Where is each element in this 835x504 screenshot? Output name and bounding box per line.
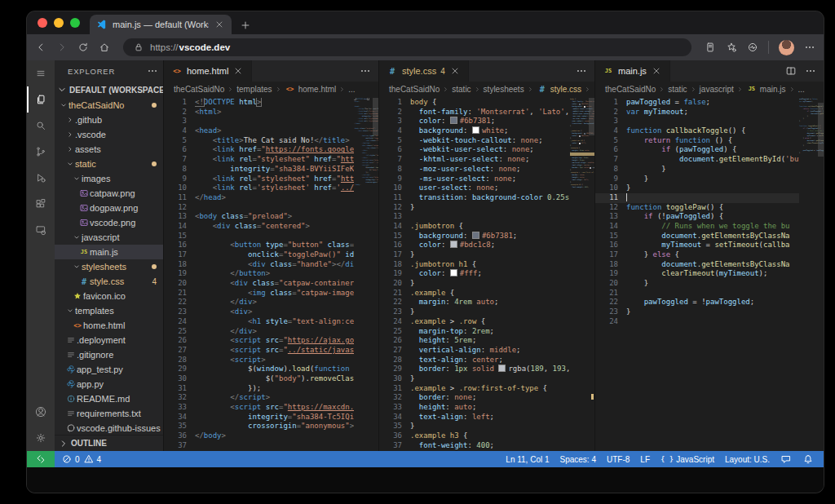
problems-errors[interactable]: 0	[61, 453, 80, 465]
code-line[interactable]: 10}	[595, 183, 799, 193]
code-line[interactable]: 32 </script>	[164, 393, 354, 403]
code-line[interactable]: 6 <link href="https://fonts.googleapis.c…	[164, 145, 354, 155]
back-button[interactable]	[35, 42, 46, 53]
code-line[interactable]: 12function togglePaw() {	[595, 203, 799, 213]
code-line[interactable]: 7 <link rel="stylesheet" href="https://s…	[164, 155, 354, 165]
code-line[interactable]: 30}	[379, 374, 570, 384]
code-line[interactable]: 16 color: #bdc1c8;	[379, 241, 570, 250]
tree-item[interactable]: javascript	[55, 230, 163, 245]
breadcrumb-item[interactable]: ...	[348, 85, 355, 94]
code-line[interactable]: 13	[379, 212, 570, 222]
code-line[interactable]: 23}	[379, 307, 570, 317]
close-icon[interactable]	[449, 65, 461, 77]
indentation[interactable]: Spaces: 4	[560, 455, 596, 464]
breadcrumb-item[interactable]: ...	[798, 85, 805, 94]
code-line[interactable]: 18.jumbotron h1 {	[379, 260, 570, 270]
code-line[interactable]: 24 <h1 style="text-align:center"	[164, 317, 354, 327]
code-line[interactable]: 36</body>	[164, 431, 354, 441]
notifications-bell-icon[interactable]	[802, 453, 814, 465]
code-line[interactable]: 28 <script>	[164, 356, 354, 365]
favorites-icon[interactable]	[726, 42, 737, 53]
code-line[interactable]: 37 font-weight: 400;	[379, 441, 570, 451]
split-editor-icon[interactable]	[785, 65, 797, 77]
browser-essentials-icon[interactable]	[747, 42, 758, 53]
breadcrumbs[interactable]: theCatSaidNotemplates<>home.html...	[164, 82, 378, 96]
code-line[interactable]: 35 crossorigin="anonymous"></	[164, 422, 354, 431]
breadcrumbs[interactable]: theCatSaidNostaticjavascriptJSmain.js...	[595, 82, 824, 96]
code-line[interactable]: 12	[164, 203, 354, 213]
tree-item[interactable]: .deployment	[55, 333, 163, 347]
code-line[interactable]: 17}	[379, 250, 570, 260]
tree-item[interactable]: dogpaw.png	[55, 201, 163, 215]
code-line[interactable]: 2<html>	[164, 108, 354, 117]
explorer-icon[interactable]	[27, 86, 55, 113]
code-line[interactable]: 22 margin: 4rem auto;	[379, 298, 570, 307]
tree-item[interactable]: assets	[55, 142, 163, 157]
tree-item[interactable]: README.md	[55, 391, 163, 406]
code-line[interactable]: 9 -ms-user-select: none;	[379, 175, 570, 184]
code-line[interactable]: 9 <link rel="stylesheet" href="https://u…	[164, 175, 354, 184]
account-icon[interactable]	[27, 399, 55, 425]
settings-gear-icon[interactable]	[27, 425, 55, 451]
tree-item[interactable]: requirements.txt	[55, 406, 163, 421]
code-line[interactable]: 9 }	[595, 175, 799, 184]
tab-style-css[interactable]: # style.css 4	[379, 60, 469, 82]
close-icon[interactable]	[651, 65, 662, 77]
code-line[interactable]: 1body {	[379, 98, 570, 108]
tree-item[interactable]: stylesheets	[55, 259, 163, 274]
breadcrumb-item[interactable]: style.css	[550, 85, 581, 94]
code-line[interactable]: 31 });	[164, 384, 354, 394]
browser-tab[interactable]: main.js — default (Workspace)	[90, 15, 232, 34]
code-line[interactable]: 22 </div>	[164, 298, 354, 307]
tree-item[interactable]: vscode.github-issues	[55, 421, 163, 435]
breadcrumb-item[interactable]: theCatSaidNo	[389, 85, 440, 94]
code-line[interactable]: 15	[164, 232, 354, 241]
code-line[interactable]: 13 if (!pawToggled) {	[595, 212, 799, 222]
code-line[interactable]: 16 <button type="button" class="btn"	[164, 241, 354, 250]
code-line[interactable]: 22 pawToggled = !pawToggled;	[595, 298, 799, 307]
code-line[interactable]: 35}	[379, 422, 570, 431]
tree-item[interactable]: .github	[55, 113, 163, 127]
code-line[interactable]: 14 <div class="centered">	[164, 222, 354, 232]
source-control-icon[interactable]	[27, 139, 55, 165]
search-icon[interactable]	[27, 113, 55, 139]
code-line[interactable]: 32 border: none;	[379, 393, 570, 403]
code-line[interactable]: 2 font-family: 'Montserrat', 'Lato', 'Op…	[379, 108, 570, 117]
split-screen-icon[interactable]	[705, 42, 716, 53]
workspace-section-header[interactable]: DEFAULT (WORKSPACE)	[55, 82, 163, 98]
encoding[interactable]: UTF-8	[607, 455, 630, 464]
code-line[interactable]: 1<!DOCTYPE html>	[164, 98, 354, 108]
explorer-more-icon[interactable]	[147, 65, 158, 77]
code-line[interactable]: 7 -khtml-user-select: none;	[379, 155, 570, 165]
editor-actions-more-icon[interactable]	[360, 65, 371, 77]
code-line[interactable]: 19 clearTimeout(myTimeout);	[595, 269, 799, 279]
code-line[interactable]: 24.example > .row {	[379, 317, 570, 327]
home-button[interactable]	[99, 42, 110, 53]
code-line[interactable]: 16 myTimeout = setTimeout(callba	[595, 241, 799, 250]
code-line[interactable]: 19 color: #fff;	[379, 269, 570, 279]
close-window-button[interactable]	[38, 18, 47, 28]
code-line[interactable]: 1pawToggled = false;	[595, 98, 799, 108]
menu-icon[interactable]	[27, 60, 55, 86]
code-line[interactable]: 8 }	[595, 165, 799, 175]
code-line[interactable]: 3	[595, 117, 799, 126]
code-line[interactable]: 18 document.getElementsByClassNa	[595, 260, 799, 270]
code-line[interactable]: 11 transition: background-color 0.25s;	[379, 193, 570, 203]
code-line[interactable]: 28 text-align: center;	[379, 356, 570, 365]
breadcrumb-item[interactable]: theCatSaidNo	[605, 85, 656, 94]
code-line[interactable]: 6 if (pawToggled) {	[595, 145, 799, 155]
code-line[interactable]: 29 $(window).load(function () {	[164, 365, 354, 374]
code-line[interactable]: 14.jumbotron {	[379, 222, 570, 232]
code-line[interactable]: 25 </div>	[164, 327, 354, 337]
code-line[interactable]: 6 -webkit-user-select: none;	[379, 145, 570, 155]
code-line[interactable]: 20 <div class="catpaw-container">	[164, 279, 354, 289]
cursor-position[interactable]: Ln 11, Col 1	[506, 455, 549, 464]
code-line[interactable]: 8 -moz-user-select: none;	[379, 165, 570, 175]
breadcrumb-item[interactable]: home.html	[298, 85, 337, 94]
outline-section[interactable]: OUTLINE	[55, 435, 163, 451]
code-line[interactable]: 36.example h3 {	[379, 431, 570, 441]
code-line[interactable]: 26 <script src="https://ajax.googleapis.…	[164, 336, 354, 346]
editor-actions-more-icon[interactable]	[805, 65, 816, 77]
breadcrumb-item[interactable]: main.js	[760, 85, 786, 94]
code-line[interactable]: 5 return function () {	[595, 136, 799, 146]
